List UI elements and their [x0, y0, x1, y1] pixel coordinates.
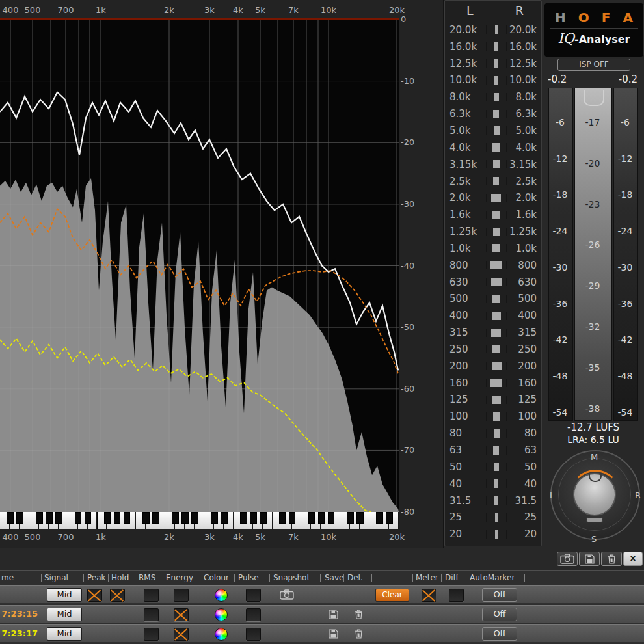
row-delete-button[interactable]: [353, 628, 364, 639]
signal-mid-button[interactable]: Mid: [47, 608, 82, 621]
floppy-icon: [329, 629, 338, 639]
hofa-logo: HOFA IQ-Analyser: [544, 3, 644, 57]
row-snapshot-camera-button[interactable]: [277, 589, 297, 600]
band-meter-bar-right: [496, 93, 499, 101]
band-label-left: 6.3k: [445, 108, 486, 120]
piano-key-black: [181, 512, 189, 524]
freq-axis-label: 1k: [96, 5, 106, 15]
checkbox-energy[interactable]: [174, 589, 189, 602]
band-row: 125125: [445, 392, 541, 409]
band-row: 4040: [445, 476, 541, 492]
delete-button[interactable]: [601, 552, 622, 566]
table-row: 7:23:17MidOff: [0, 624, 644, 643]
automarker-off-button[interactable]: Off: [482, 588, 517, 602]
band-row: 4.0k4.0k: [445, 139, 541, 156]
band-label-left: 1.6k: [445, 209, 486, 221]
meter-scale-label-left: -18: [548, 189, 572, 200]
band-label-left: 500: [445, 293, 486, 304]
colour-wheel-icon[interactable]: [215, 608, 228, 621]
snapshot-camera-button[interactable]: [557, 552, 578, 566]
piano-key-black: [46, 512, 53, 524]
band-meter: [486, 396, 507, 404]
row-delete-button[interactable]: [353, 608, 364, 620]
band-row: 5.0k5.0k: [445, 122, 541, 139]
piano-key-black: [279, 512, 286, 524]
column-header: Peak: [87, 573, 106, 582]
band-label-right: 315: [507, 327, 541, 338]
checkbox-peak[interactable]: [87, 589, 102, 602]
row-save-button[interactable]: [327, 608, 339, 620]
checkbox-pulse[interactable]: [246, 608, 261, 621]
band-meter-bar-right: [496, 429, 500, 438]
band-meter-bar-right: [496, 42, 498, 51]
freq-axis-label: 2k: [164, 5, 174, 15]
close-button[interactable]: X: [623, 552, 643, 566]
isp-toggle-button[interactable]: ISP OFF: [557, 59, 630, 71]
checkbox-rms[interactable]: [144, 608, 159, 621]
band-label-right: 800: [507, 260, 541, 271]
piano-key-black: [7, 512, 14, 524]
clear-button[interactable]: Clear: [375, 589, 409, 602]
checkbox-pulse[interactable]: [246, 628, 261, 641]
signal-mid-button[interactable]: Mid: [47, 627, 82, 641]
band-label-right: 400: [507, 310, 541, 321]
db-axis-label: 0: [401, 14, 424, 24]
band-meter: [486, 110, 507, 118]
checkbox-diff[interactable]: [449, 589, 464, 602]
band-label-right: 250: [507, 343, 541, 355]
save-button[interactable]: [579, 552, 600, 566]
meter-scale-label-right: -18: [613, 189, 637, 200]
automarker-off-button[interactable]: Off: [482, 627, 517, 641]
automarker-off-button[interactable]: Off: [482, 608, 517, 621]
spectrum-plot[interactable]: [0, 18, 399, 513]
balance-knob-handle[interactable]: [586, 517, 603, 522]
band-row: 200200: [445, 358, 541, 375]
freq-axis-label: 5k: [255, 5, 265, 15]
band-row: 250250: [445, 341, 541, 358]
band-meter-bar-right: [496, 463, 499, 471]
header-separator: [466, 574, 466, 582]
frequency-axis-top: 4005007001k2k3k4k5k7k10k20k: [0, 0, 443, 18]
signal-mid-button[interactable]: Mid: [47, 588, 82, 602]
band-meter: [486, 228, 507, 236]
column-header: me: [1, 573, 14, 582]
piano-key-black: [250, 512, 257, 524]
knob-label-mid: M: [591, 452, 598, 462]
freq-axis-label: 4k: [233, 532, 243, 542]
row-save-button[interactable]: [327, 628, 339, 639]
band-label-right: 125: [507, 394, 541, 405]
peak-readout-left: -0.2: [548, 74, 567, 85]
meter-scale-label-right: -6: [613, 117, 637, 127]
band-row: 31.531.5: [445, 492, 541, 509]
band-meter: [486, 429, 507, 438]
logo-letter: A: [623, 10, 632, 25]
band-meter-bar-right: [496, 446, 499, 455]
piano-key-black: [347, 512, 354, 524]
colour-wheel-icon[interactable]: [215, 628, 228, 641]
loudness-meter-cap: [584, 90, 604, 106]
hofa-letters: HOFA: [544, 3, 643, 27]
colour-wheel-icon[interactable]: [215, 589, 228, 602]
freq-axis-label: 7k: [288, 5, 299, 15]
band-meter: [486, 244, 507, 252]
checkbox-pulse[interactable]: [246, 589, 261, 602]
checkbox-energy[interactable]: [174, 628, 189, 641]
checkbox-hold[interactable]: [110, 589, 125, 602]
piano-key-black: [85, 512, 92, 524]
checkbox-meter[interactable]: [422, 589, 436, 602]
band-label-left: 4.0k: [445, 142, 486, 154]
trash-icon: [355, 610, 363, 619]
piano-keyboard: [0, 512, 399, 529]
column-header: Meter: [416, 573, 438, 582]
piano-key-black: [308, 512, 315, 524]
piano-key-black: [75, 512, 82, 524]
piano-key-black: [260, 512, 267, 524]
checkbox-rms[interactable]: [144, 589, 159, 602]
checkbox-energy[interactable]: [174, 608, 189, 621]
band-meter: [486, 177, 507, 185]
floppy-icon: [585, 554, 595, 564]
band-label-right: 80: [507, 427, 541, 439]
freq-axis-label: 7k: [288, 532, 299, 542]
meter-scale-label-left: -36: [548, 299, 572, 309]
checkbox-rms[interactable]: [144, 628, 159, 641]
